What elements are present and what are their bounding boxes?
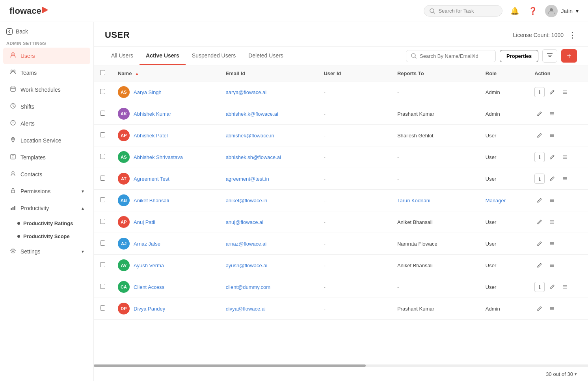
user-name-link[interactable]: Abhishek Patel: [134, 133, 168, 139]
th-select-all[interactable]: [94, 65, 112, 81]
row-checkbox-cell[interactable]: [94, 298, 112, 320]
sidebar-item-settings[interactable]: Settings ▾: [3, 243, 90, 260]
menu-button[interactable]: [560, 282, 570, 292]
scrollbar-thumb[interactable]: [94, 364, 366, 367]
row-checkbox-cell[interactable]: [94, 211, 112, 233]
info-button[interactable]: ℹ: [534, 87, 545, 97]
menu-button[interactable]: [547, 109, 557, 119]
edit-button[interactable]: [534, 109, 545, 119]
info-button[interactable]: ℹ: [534, 282, 545, 292]
email-value: aniket@flowace.in: [226, 198, 268, 203]
row-checkbox-cell[interactable]: [94, 190, 112, 211]
action-cell: [528, 233, 588, 255]
row-checkbox[interactable]: [100, 305, 105, 311]
row-checkbox-cell[interactable]: [94, 276, 112, 298]
edit-button[interactable]: [534, 195, 545, 205]
filter-button[interactable]: [542, 49, 557, 63]
reports-to-link[interactable]: Tarun Kodnani: [397, 198, 430, 203]
user-name-link[interactable]: Ayush Verma: [134, 263, 164, 268]
user-search[interactable]: [406, 50, 496, 62]
sidebar-item-productivity-scope[interactable]: Productivity Scope: [14, 230, 93, 243]
edit-button[interactable]: [534, 130, 545, 141]
menu-button[interactable]: [560, 152, 570, 162]
menu-button[interactable]: [547, 303, 557, 314]
user-name-link[interactable]: Arnaz Jalse: [134, 241, 160, 247]
row-checkbox-cell[interactable]: [94, 81, 112, 103]
info-button[interactable]: ℹ: [534, 152, 545, 162]
row-checkbox-cell[interactable]: [94, 168, 112, 190]
menu-button[interactable]: [560, 174, 570, 184]
tab-suspended-users[interactable]: Suspended Users: [186, 47, 242, 65]
user-name-link[interactable]: Abhishek Shrivastava: [134, 154, 183, 160]
tab-deleted-users-label: Deleted Users: [248, 52, 283, 59]
tab-all-users[interactable]: All Users: [105, 47, 140, 65]
sidebar-item-users[interactable]: Users: [3, 48, 90, 64]
properties-button[interactable]: Properties: [500, 50, 538, 62]
row-checkbox[interactable]: [100, 132, 105, 137]
user-name-link[interactable]: Client Access: [134, 284, 164, 290]
edit-button[interactable]: [547, 282, 557, 292]
row-checkbox[interactable]: [100, 284, 105, 289]
sidebar-item-contacts[interactable]: Contacts: [3, 166, 90, 183]
user-search-input[interactable]: [420, 53, 491, 59]
sidebar-item-work-schedules[interactable]: Work Schedules: [3, 81, 90, 98]
sidebar-item-teams[interactable]: Teams: [3, 65, 90, 81]
sidebar-item-productivity-ratings[interactable]: Productivity Ratings: [14, 217, 93, 230]
row-checkbox[interactable]: [100, 89, 105, 94]
user-name-link[interactable]: Anuj Patil: [134, 219, 155, 225]
global-search-input[interactable]: [438, 8, 493, 14]
row-checkbox[interactable]: [100, 219, 105, 224]
edit-button[interactable]: [534, 217, 545, 227]
row-checkbox[interactable]: [100, 111, 105, 116]
tab-active-users[interactable]: Active Users: [140, 47, 186, 65]
row-checkbox-cell[interactable]: [94, 125, 112, 146]
global-search[interactable]: [424, 5, 502, 17]
menu-button[interactable]: [560, 87, 570, 97]
user-name-link[interactable]: Aniket Bhansali: [134, 198, 169, 203]
sidebar-item-templates[interactable]: Templates: [3, 149, 90, 166]
edit-button[interactable]: [534, 239, 545, 249]
row-checkbox[interactable]: [100, 176, 105, 181]
row-checkbox-cell[interactable]: [94, 255, 112, 276]
user-name-link[interactable]: Divya Pandey: [134, 306, 165, 312]
user-menu[interactable]: Jatin ▾: [545, 5, 579, 17]
edit-button[interactable]: [547, 174, 557, 184]
help-button[interactable]: ❓: [527, 5, 539, 17]
user-name-link[interactable]: Abhishek Kumar: [134, 111, 171, 117]
menu-button[interactable]: [547, 195, 557, 205]
edit-button[interactable]: [547, 152, 557, 162]
edit-button[interactable]: [547, 87, 557, 97]
select-all-checkbox[interactable]: [100, 70, 105, 75]
notifications-button[interactable]: 🔔: [509, 5, 521, 17]
sidebar-item-alerts[interactable]: Alerts: [3, 115, 90, 132]
menu-button[interactable]: [547, 130, 557, 141]
horizontal-scrollbar[interactable]: [94, 364, 588, 367]
menu-button[interactable]: [547, 260, 557, 270]
row-checkbox-cell[interactable]: [94, 233, 112, 255]
add-user-button[interactable]: +: [561, 49, 577, 63]
tab-deleted-users[interactable]: Deleted Users: [242, 47, 290, 65]
sidebar-item-shifts[interactable]: Shifts: [3, 98, 90, 115]
info-button[interactable]: ℹ: [534, 174, 545, 184]
back-button[interactable]: Back: [0, 22, 93, 38]
row-checkbox-cell[interactable]: [94, 103, 112, 125]
user-name-link[interactable]: Aarya Singh: [134, 89, 162, 95]
row-checkbox[interactable]: [100, 240, 105, 246]
reports-cell: Shailesh Gehlot: [391, 125, 479, 146]
sidebar-item-productivity[interactable]: Productivity ▴: [3, 200, 90, 216]
name-sort-icon[interactable]: ▲: [135, 71, 139, 76]
sidebar-item-permissions[interactable]: Permissions ▾: [3, 183, 90, 200]
row-checkbox[interactable]: [100, 197, 105, 202]
row-checkbox[interactable]: [100, 262, 105, 267]
edit-button[interactable]: [534, 303, 545, 314]
user-name-link[interactable]: Agreement Test: [134, 176, 169, 182]
pagination-chevron[interactable]: ▾: [575, 372, 577, 377]
more-options-icon[interactable]: ⋮: [568, 30, 577, 40]
row-checkbox-cell[interactable]: [94, 146, 112, 168]
menu-button[interactable]: [547, 239, 557, 249]
license-count: License Count: 1000: [513, 32, 564, 38]
edit-button[interactable]: [534, 260, 545, 270]
sidebar-item-location-service[interactable]: Location Service: [3, 132, 90, 149]
menu-button[interactable]: [547, 217, 557, 227]
row-checkbox[interactable]: [100, 154, 105, 159]
